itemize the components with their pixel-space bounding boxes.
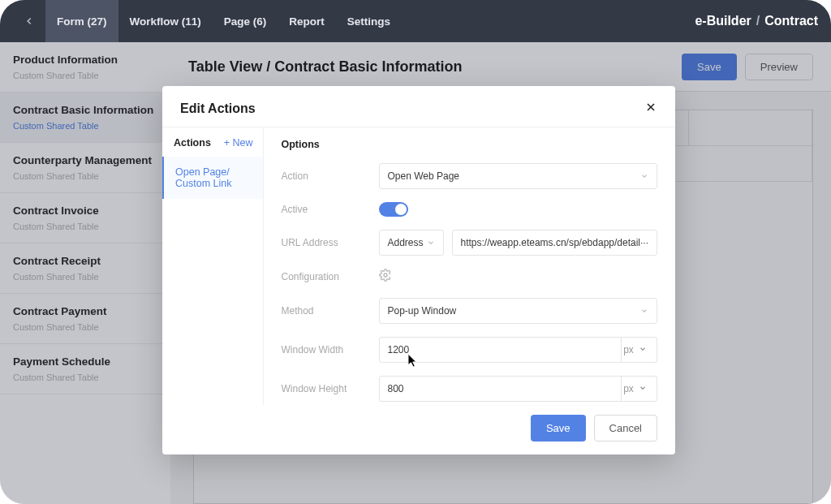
field-label-height: Window Height [282, 383, 379, 394]
actions-column: Actions New Open Page/ Custom Link [162, 127, 264, 405]
url-input[interactable]: https://weapp.eteams.cn/sp/ebdapp/detail… [452, 230, 657, 256]
options-column: Options Action Open Web Page Active [264, 127, 675, 405]
active-toggle[interactable] [379, 202, 408, 217]
close-button[interactable] [644, 101, 657, 117]
chevron-down-icon [640, 172, 648, 180]
chevron-left-icon [24, 15, 35, 27]
edit-actions-modal: Edit Actions Actions New Open Page/ Cust… [162, 86, 675, 454]
height-unit-select[interactable]: px [614, 376, 657, 402]
breadcrumb: e-Builder/Contract [695, 14, 818, 28]
svg-point-2 [384, 274, 387, 277]
tab-report[interactable]: Report [278, 0, 336, 42]
field-label-configuration: Configuration [282, 271, 379, 282]
close-icon [644, 101, 657, 114]
field-label-active: Active [282, 204, 379, 215]
chevron-down-icon [640, 307, 648, 315]
top-tabs: Form (27) Workflow (11) Page (6) Report … [45, 0, 402, 42]
chevron-down-icon [639, 344, 647, 355]
brand-label: e-Builder [695, 14, 751, 28]
modal-title: Edit Actions [180, 101, 256, 116]
field-label-width: Window Width [282, 344, 379, 355]
unit-label: px [623, 344, 634, 355]
options-label: Options [282, 139, 657, 150]
actions-label: Actions [174, 137, 211, 149]
modal-save-button[interactable]: Save [531, 415, 586, 442]
tab-settings[interactable]: Settings [336, 0, 402, 42]
unit-label: px [623, 383, 634, 394]
action-select[interactable]: Open Web Page [379, 163, 657, 189]
modal-cancel-button[interactable]: Cancel [594, 415, 657, 442]
height-input[interactable]: 800 [379, 376, 622, 402]
action-item-open-page[interactable]: Open Page/ Custom Link [162, 157, 263, 199]
chevron-down-icon [639, 383, 647, 394]
field-label-url: URL Address [282, 237, 379, 248]
context-label: Contract [764, 14, 818, 28]
field-label-action: Action [282, 170, 379, 182]
url-type-select[interactable]: Address [379, 230, 444, 256]
gear-icon [379, 269, 392, 282]
method-select[interactable]: Pop-up Window [379, 298, 657, 324]
field-label-method: Method [282, 305, 379, 317]
url-type-value: Address [388, 237, 424, 248]
width-unit-select[interactable]: px [614, 337, 657, 363]
tab-page[interactable]: Page (6) [213, 0, 278, 42]
action-select-value: Open Web Page [388, 170, 460, 182]
topbar: Form (27) Workflow (11) Page (6) Report … [0, 0, 831, 42]
method-select-value: Pop-up Window [388, 305, 457, 317]
back-button[interactable] [13, 15, 45, 27]
tab-workflow[interactable]: Workflow (11) [118, 0, 213, 42]
chevron-down-icon [427, 239, 435, 247]
tab-form[interactable]: Form (27) [45, 0, 118, 42]
configuration-button[interactable] [379, 269, 392, 285]
width-input[interactable]: 1200 [379, 337, 622, 363]
new-action-button[interactable]: New [224, 137, 253, 149]
